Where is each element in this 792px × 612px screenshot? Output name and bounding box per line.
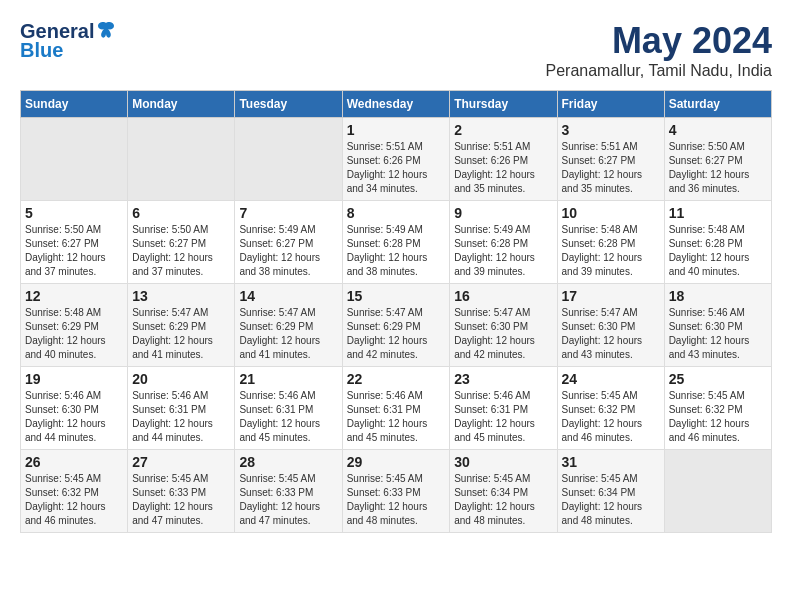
day-info: Sunrise: 5:47 AMSunset: 6:29 PMDaylight:… — [132, 306, 230, 362]
day-info: Sunrise: 5:45 AMSunset: 6:32 PMDaylight:… — [669, 389, 767, 445]
day-info: Sunrise: 5:46 AMSunset: 6:31 PMDaylight:… — [454, 389, 552, 445]
calendar-cell: 25Sunrise: 5:45 AMSunset: 6:32 PMDayligh… — [664, 367, 771, 450]
calendar-cell: 2Sunrise: 5:51 AMSunset: 6:26 PMDaylight… — [450, 118, 557, 201]
day-info: Sunrise: 5:51 AMSunset: 6:26 PMDaylight:… — [454, 140, 552, 196]
day-number: 22 — [347, 371, 446, 387]
day-number: 18 — [669, 288, 767, 304]
calendar-cell: 20Sunrise: 5:46 AMSunset: 6:31 PMDayligh… — [128, 367, 235, 450]
day-info: Sunrise: 5:45 AMSunset: 6:32 PMDaylight:… — [25, 472, 123, 528]
page-header: General Blue May 2024 Peranamallur, Tami… — [20, 20, 772, 80]
header-cell-thursday: Thursday — [450, 91, 557, 118]
day-number: 14 — [239, 288, 337, 304]
logo: General Blue — [20, 20, 116, 62]
day-info: Sunrise: 5:46 AMSunset: 6:30 PMDaylight:… — [25, 389, 123, 445]
day-info: Sunrise: 5:48 AMSunset: 6:28 PMDaylight:… — [669, 223, 767, 279]
calendar-cell — [128, 118, 235, 201]
day-number: 19 — [25, 371, 123, 387]
day-info: Sunrise: 5:51 AMSunset: 6:27 PMDaylight:… — [562, 140, 660, 196]
day-info: Sunrise: 5:45 AMSunset: 6:33 PMDaylight:… — [239, 472, 337, 528]
calendar-cell — [664, 450, 771, 533]
calendar-cell: 26Sunrise: 5:45 AMSunset: 6:32 PMDayligh… — [21, 450, 128, 533]
header-row: SundayMondayTuesdayWednesdayThursdayFrid… — [21, 91, 772, 118]
day-number: 24 — [562, 371, 660, 387]
header-cell-sunday: Sunday — [21, 91, 128, 118]
day-info: Sunrise: 5:47 AMSunset: 6:29 PMDaylight:… — [239, 306, 337, 362]
calendar-cell: 8Sunrise: 5:49 AMSunset: 6:28 PMDaylight… — [342, 201, 450, 284]
calendar-cell: 6Sunrise: 5:50 AMSunset: 6:27 PMDaylight… — [128, 201, 235, 284]
calendar-cell — [235, 118, 342, 201]
calendar-cell: 21Sunrise: 5:46 AMSunset: 6:31 PMDayligh… — [235, 367, 342, 450]
day-number: 9 — [454, 205, 552, 221]
day-info: Sunrise: 5:48 AMSunset: 6:29 PMDaylight:… — [25, 306, 123, 362]
day-number: 13 — [132, 288, 230, 304]
calendar-cell: 5Sunrise: 5:50 AMSunset: 6:27 PMDaylight… — [21, 201, 128, 284]
day-info: Sunrise: 5:45 AMSunset: 6:33 PMDaylight:… — [347, 472, 446, 528]
day-info: Sunrise: 5:47 AMSunset: 6:29 PMDaylight:… — [347, 306, 446, 362]
day-info: Sunrise: 5:49 AMSunset: 6:28 PMDaylight:… — [454, 223, 552, 279]
calendar-cell: 22Sunrise: 5:46 AMSunset: 6:31 PMDayligh… — [342, 367, 450, 450]
week-row-3: 12Sunrise: 5:48 AMSunset: 6:29 PMDayligh… — [21, 284, 772, 367]
calendar-cell: 27Sunrise: 5:45 AMSunset: 6:33 PMDayligh… — [128, 450, 235, 533]
calendar-cell: 17Sunrise: 5:47 AMSunset: 6:30 PMDayligh… — [557, 284, 664, 367]
day-info: Sunrise: 5:45 AMSunset: 6:34 PMDaylight:… — [454, 472, 552, 528]
page-title: May 2024 — [546, 20, 773, 62]
header-cell-tuesday: Tuesday — [235, 91, 342, 118]
calendar-cell: 13Sunrise: 5:47 AMSunset: 6:29 PMDayligh… — [128, 284, 235, 367]
day-number: 4 — [669, 122, 767, 138]
day-info: Sunrise: 5:50 AMSunset: 6:27 PMDaylight:… — [669, 140, 767, 196]
day-number: 3 — [562, 122, 660, 138]
week-row-4: 19Sunrise: 5:46 AMSunset: 6:30 PMDayligh… — [21, 367, 772, 450]
day-info: Sunrise: 5:45 AMSunset: 6:33 PMDaylight:… — [132, 472, 230, 528]
day-number: 2 — [454, 122, 552, 138]
day-number: 28 — [239, 454, 337, 470]
calendar-cell — [21, 118, 128, 201]
header-cell-saturday: Saturday — [664, 91, 771, 118]
day-number: 30 — [454, 454, 552, 470]
day-number: 26 — [25, 454, 123, 470]
calendar-cell: 4Sunrise: 5:50 AMSunset: 6:27 PMDaylight… — [664, 118, 771, 201]
day-info: Sunrise: 5:46 AMSunset: 6:30 PMDaylight:… — [669, 306, 767, 362]
calendar-cell: 3Sunrise: 5:51 AMSunset: 6:27 PMDaylight… — [557, 118, 664, 201]
calendar-cell: 31Sunrise: 5:45 AMSunset: 6:34 PMDayligh… — [557, 450, 664, 533]
calendar-cell: 1Sunrise: 5:51 AMSunset: 6:26 PMDaylight… — [342, 118, 450, 201]
header-cell-friday: Friday — [557, 91, 664, 118]
week-row-2: 5Sunrise: 5:50 AMSunset: 6:27 PMDaylight… — [21, 201, 772, 284]
day-info: Sunrise: 5:50 AMSunset: 6:27 PMDaylight:… — [25, 223, 123, 279]
day-info: Sunrise: 5:47 AMSunset: 6:30 PMDaylight:… — [454, 306, 552, 362]
calendar-cell: 15Sunrise: 5:47 AMSunset: 6:29 PMDayligh… — [342, 284, 450, 367]
calendar-cell: 19Sunrise: 5:46 AMSunset: 6:30 PMDayligh… — [21, 367, 128, 450]
day-number: 1 — [347, 122, 446, 138]
page-subtitle: Peranamallur, Tamil Nadu, India — [546, 62, 773, 80]
calendar-cell: 11Sunrise: 5:48 AMSunset: 6:28 PMDayligh… — [664, 201, 771, 284]
day-info: Sunrise: 5:48 AMSunset: 6:28 PMDaylight:… — [562, 223, 660, 279]
day-number: 5 — [25, 205, 123, 221]
calendar-cell: 29Sunrise: 5:45 AMSunset: 6:33 PMDayligh… — [342, 450, 450, 533]
day-info: Sunrise: 5:51 AMSunset: 6:26 PMDaylight:… — [347, 140, 446, 196]
logo-bird-icon — [96, 21, 116, 39]
week-row-5: 26Sunrise: 5:45 AMSunset: 6:32 PMDayligh… — [21, 450, 772, 533]
day-number: 23 — [454, 371, 552, 387]
header-cell-monday: Monday — [128, 91, 235, 118]
calendar-cell: 24Sunrise: 5:45 AMSunset: 6:32 PMDayligh… — [557, 367, 664, 450]
calendar-cell: 14Sunrise: 5:47 AMSunset: 6:29 PMDayligh… — [235, 284, 342, 367]
day-number: 25 — [669, 371, 767, 387]
calendar-cell: 18Sunrise: 5:46 AMSunset: 6:30 PMDayligh… — [664, 284, 771, 367]
day-info: Sunrise: 5:46 AMSunset: 6:31 PMDaylight:… — [132, 389, 230, 445]
day-number: 10 — [562, 205, 660, 221]
calendar-cell: 12Sunrise: 5:48 AMSunset: 6:29 PMDayligh… — [21, 284, 128, 367]
day-info: Sunrise: 5:49 AMSunset: 6:27 PMDaylight:… — [239, 223, 337, 279]
day-number: 11 — [669, 205, 767, 221]
week-row-1: 1Sunrise: 5:51 AMSunset: 6:26 PMDaylight… — [21, 118, 772, 201]
day-info: Sunrise: 5:46 AMSunset: 6:31 PMDaylight:… — [239, 389, 337, 445]
logo-blue: Blue — [20, 39, 116, 62]
calendar-cell: 16Sunrise: 5:47 AMSunset: 6:30 PMDayligh… — [450, 284, 557, 367]
day-number: 16 — [454, 288, 552, 304]
day-info: Sunrise: 5:46 AMSunset: 6:31 PMDaylight:… — [347, 389, 446, 445]
calendar-header: SundayMondayTuesdayWednesdayThursdayFrid… — [21, 91, 772, 118]
calendar-cell: 7Sunrise: 5:49 AMSunset: 6:27 PMDaylight… — [235, 201, 342, 284]
calendar-cell: 30Sunrise: 5:45 AMSunset: 6:34 PMDayligh… — [450, 450, 557, 533]
day-number: 15 — [347, 288, 446, 304]
day-info: Sunrise: 5:45 AMSunset: 6:32 PMDaylight:… — [562, 389, 660, 445]
day-number: 20 — [132, 371, 230, 387]
day-number: 29 — [347, 454, 446, 470]
